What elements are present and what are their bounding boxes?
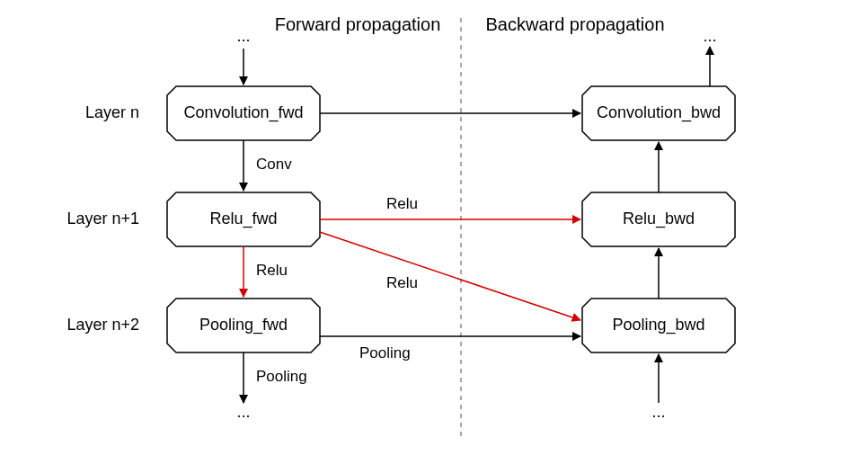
dots-fwd-bottom: ... <box>236 403 250 421</box>
diagram-canvas: Forward propagation Backward propagation… <box>0 0 868 455</box>
label-pool-to-poolbwd: Pooling <box>359 344 411 361</box>
node-relu-fwd-label: Relu_fwd <box>209 210 277 228</box>
dots-fwd-top: ... <box>236 27 250 45</box>
node-pool-bwd-label: Pooling_bwd <box>612 316 704 335</box>
arrow-relufwd-to-poolbwd <box>320 232 580 320</box>
header-backward: Backward propagation <box>485 14 664 34</box>
node-conv-bwd-label: Convolution_bwd <box>597 103 721 122</box>
dots-bwd-bottom: ... <box>651 403 665 421</box>
label-relu-down: Relu <box>256 262 288 279</box>
label-pool-down: Pooling <box>256 368 307 385</box>
node-pool-fwd-label: Pooling_fwd <box>199 316 288 335</box>
layer-label-n2: Layer n+2 <box>66 316 139 334</box>
header-forward: Forward propagation <box>275 14 441 34</box>
layer-label-n: Layer n <box>85 103 139 121</box>
label-conv-down: Conv <box>256 156 292 173</box>
label-relu-to-poolbwd: Relu <box>386 274 418 291</box>
node-conv-fwd-label: Convolution_fwd <box>183 103 303 122</box>
dots-bwd-top: ... <box>703 27 716 45</box>
layer-label-n1: Layer n+1 <box>66 210 139 228</box>
label-relu-to-relubwd: Relu <box>386 195 418 212</box>
node-relu-bwd-label: Relu_bwd <box>623 210 695 228</box>
